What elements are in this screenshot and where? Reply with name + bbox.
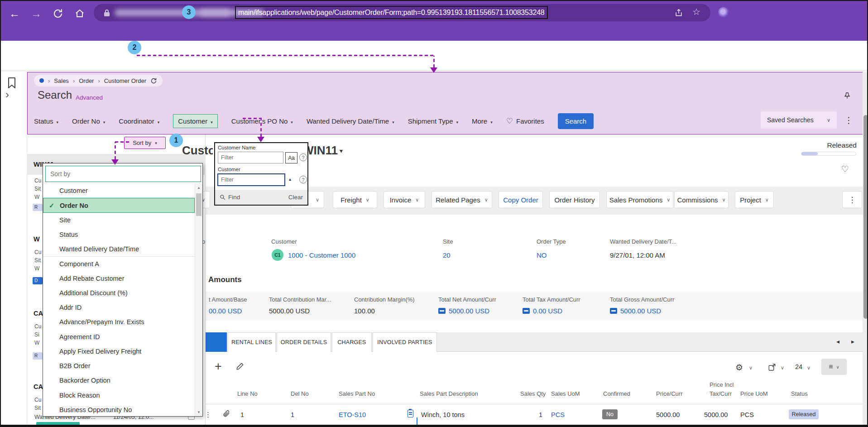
- url-text[interactable]: main/ifsapplications/web/page/CustomerOr…: [235, 6, 548, 19]
- cell-line-no[interactable]: 1: [240, 411, 244, 418]
- part-note-clipboard-icon[interactable]: [408, 410, 413, 417]
- sort-option[interactable]: Component A: [43, 256, 195, 271]
- tab-order-lines-active[interactable]: [206, 332, 227, 352]
- tabs-scroll-left-icon[interactable]: ◂: [836, 338, 839, 345]
- filter-chip-shipment-type[interactable]: Shipment Type▾: [408, 117, 458, 125]
- sort-filter-input[interactable]: [45, 166, 201, 182]
- cell-price-uom[interactable]: PCS: [740, 411, 754, 418]
- related-pages-button[interactable]: Related Pages∨: [432, 191, 492, 208]
- col-header-price-uom[interactable]: Price UoM: [740, 390, 768, 397]
- sort-option[interactable]: Block Reason: [43, 388, 195, 403]
- amount-value-link[interactable]: 5000.00 USD: [438, 307, 489, 315]
- breadcrumb-refresh-icon[interactable]: [150, 77, 157, 84]
- filter-chip-more[interactable]: More▾: [472, 117, 493, 125]
- scrollbar-thumb[interactable]: [863, 115, 868, 319]
- result-card-title[interactable]: CA: [34, 383, 43, 390]
- amount-value-link[interactable]: 0.00 USD: [523, 307, 562, 315]
- sort-option[interactable]: Customer: [43, 183, 195, 198]
- col-header-sales-part-no[interactable]: Sales Part No: [339, 390, 375, 397]
- col-header-sales-qty[interactable]: Sales Qty: [520, 390, 546, 397]
- tab-involved-parties[interactable]: INVOLVED PARTIES: [373, 332, 437, 352]
- sort-option[interactable]: Agreement ID: [43, 330, 195, 344]
- col-header-sales-part-description[interactable]: Sales Part Description: [420, 390, 478, 397]
- amount-value-link[interactable]: 00.00 USD: [209, 307, 242, 315]
- col-header-confirmed[interactable]: Confirmed: [603, 390, 630, 397]
- extension-icon[interactable]: [718, 7, 729, 18]
- col-header-sales-uom[interactable]: Sales UoM: [551, 390, 580, 397]
- sort-option[interactable]: Backorder Option: [43, 373, 195, 388]
- row-kebab-icon[interactable]: ⋮: [205, 411, 211, 419]
- search-button[interactable]: Search: [558, 113, 594, 129]
- sort-option[interactable]: Add Rebate Customer: [43, 271, 195, 286]
- cell-price[interactable]: 5000.00: [656, 411, 680, 418]
- tab-charges[interactable]: CHARGES: [332, 332, 372, 352]
- browser-back-icon[interactable]: ←: [9, 8, 20, 19]
- filter-chip-customer[interactable]: Customer▾: [173, 114, 218, 128]
- filter-chip-customers-po-no[interactable]: Customer's PO No▾: [231, 117, 293, 125]
- filter-chip-order-no[interactable]: Order No▾: [72, 117, 105, 125]
- sort-option[interactable]: Addr ID: [43, 300, 195, 315]
- favorite-heart-icon[interactable]: ♡: [841, 164, 849, 174]
- cell-qty[interactable]: 1: [539, 411, 542, 418]
- density-toggle-button[interactable]: ≡ ∨: [821, 359, 847, 375]
- add-row-icon[interactable]: +: [215, 360, 222, 374]
- attachment-paperclip-icon[interactable]: [223, 409, 230, 418]
- export-icon[interactable]: [768, 363, 776, 371]
- result-card-title[interactable]: W: [34, 235, 40, 243]
- edit-pencil-icon[interactable]: [235, 362, 244, 371]
- col-header-status[interactable]: Status: [791, 390, 808, 397]
- saved-searches-dropdown[interactable]: Saved Searches ∨: [761, 111, 837, 129]
- col-header-price-incl[interactable]: Price Incl: [710, 381, 734, 388]
- browser-home-icon[interactable]: [74, 8, 85, 19]
- case-sensitive-toggle[interactable]: Aa: [285, 152, 297, 163]
- site-value-link[interactable]: 20: [443, 251, 451, 259]
- filter-chip-status[interactable]: Status▾: [34, 117, 58, 125]
- tab-rental-lines[interactable]: RENTAL LINES: [228, 332, 276, 352]
- customer-filter-input[interactable]: [217, 173, 285, 186]
- sort-option[interactable]: Apply Fixed Delivery Freight: [43, 344, 195, 359]
- page-scrollbar[interactable]: [863, 72, 868, 427]
- cell-description[interactable]: Winch, 10 tons: [421, 411, 465, 418]
- browser-refresh-icon[interactable]: [53, 8, 63, 19]
- breadcrumb-item-order[interactable]: Order: [79, 77, 94, 84]
- cell-sales-part-no-link[interactable]: ETO-S10: [339, 411, 366, 418]
- breadcrumb-item-sales[interactable]: Sales: [54, 77, 69, 84]
- sort-by-button[interactable]: Sort by ▾: [124, 137, 166, 149]
- col-header-del-no[interactable]: Del No: [291, 390, 309, 397]
- tabs-scroll-right-icon[interactable]: ▸: [851, 338, 854, 345]
- share-icon[interactable]: [674, 8, 683, 17]
- order-type-value-link[interactable]: NO: [537, 251, 547, 259]
- toolbar-kebab-button[interactable]: ⋮: [842, 191, 862, 208]
- bookmark-star-icon[interactable]: ☆: [692, 6, 700, 17]
- pin-icon[interactable]: [843, 91, 851, 100]
- favorites-button[interactable]: ♡Favorites: [506, 116, 544, 126]
- help-icon[interactable]: ?: [299, 154, 307, 161]
- help-icon[interactable]: ?: [299, 176, 307, 183]
- sort-option[interactable]: Wanted Delivery Date/Time: [43, 242, 195, 256]
- customer-value-link[interactable]: 1000 - Customer 1000: [288, 251, 355, 259]
- filter-chip-wanted-delivery[interactable]: Wanted Delivery Date/Time▾: [307, 117, 394, 125]
- panel-kebab-icon[interactable]: ⋮: [844, 115, 853, 125]
- copy-order-button[interactable]: Copy Order: [499, 191, 543, 208]
- sort-option-selected[interactable]: ✓Order No: [43, 198, 195, 212]
- sort-option[interactable]: B2B Order: [43, 359, 195, 373]
- freight-button[interactable]: Freight∨: [333, 191, 377, 208]
- bookmark-icon[interactable]: [7, 77, 16, 89]
- customer-name-filter-input[interactable]: [218, 152, 283, 163]
- dropdown-scrollbar[interactable]: ▴ ▾: [195, 183, 202, 416]
- order-history-button[interactable]: Order History: [549, 191, 600, 208]
- breadcrumb[interactable]: › Sales › Order › Customer Order: [34, 75, 163, 86]
- filter-chip-coordinator[interactable]: Coordinator▾: [119, 117, 159, 125]
- project-button[interactable]: Project∨: [735, 191, 774, 208]
- result-card-title[interactable]: CA: [34, 310, 43, 317]
- col-header-line-no[interactable]: Line No: [237, 390, 258, 397]
- col-header-tax-curr[interactable]: Tax/Curr: [710, 390, 732, 397]
- cell-uom-link[interactable]: PCS: [551, 411, 565, 418]
- col-header-price-curr[interactable]: Price/Curr: [656, 390, 683, 397]
- sort-option[interactable]: Business Opportunity No: [43, 403, 195, 416]
- invoice-button[interactable]: Invoice∨: [384, 191, 425, 208]
- scroll-up-icon[interactable]: ▴: [195, 185, 202, 190]
- cell-del-no[interactable]: 1: [291, 411, 294, 418]
- collapse-up-icon[interactable]: ▴: [289, 177, 291, 182]
- sort-option[interactable]: Advance/Prepaym Inv. Exists: [43, 315, 195, 329]
